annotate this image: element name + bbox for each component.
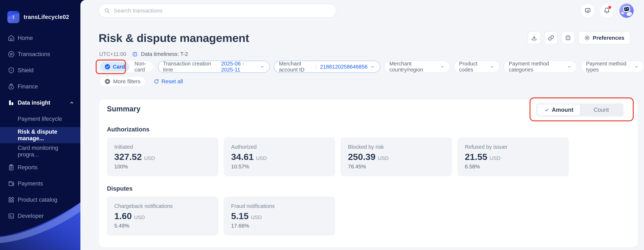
download-button[interactable] bbox=[528, 31, 541, 44]
filter-product-codes[interactable]: Product codes bbox=[454, 61, 500, 73]
stat-percent: 6.58% bbox=[465, 164, 562, 170]
toggle-amount[interactable]: Amount bbox=[538, 104, 580, 115]
feedback-smiley-icon bbox=[584, 7, 591, 14]
sidebar-item-payments[interactable]: Payments bbox=[0, 176, 80, 192]
notification-dot bbox=[608, 6, 611, 9]
stat-card-refused-by-issuer: Refused by issuer 21.55 USD 6.58% bbox=[458, 137, 569, 176]
download-icon bbox=[531, 35, 537, 41]
filter-payment-method-categories[interactable]: Payment method categories bbox=[504, 61, 577, 73]
filter-label: Product codes bbox=[459, 61, 487, 73]
check-circle-icon bbox=[104, 64, 110, 70]
stat-label: Blocked by risk bbox=[348, 144, 444, 150]
search-input[interactable] bbox=[114, 7, 331, 14]
stat-value: 5.15 bbox=[231, 211, 248, 221]
sidebar-item-label: Data insight bbox=[18, 99, 50, 106]
search-bar[interactable] bbox=[98, 4, 336, 18]
filter-merchant-country[interactable]: Merchant country/region bbox=[384, 61, 450, 73]
toggle-count-label: Count bbox=[594, 107, 609, 113]
summary-panel: Summary Amount Count Authorizations Init… bbox=[99, 100, 638, 247]
filter-merchant-account-id[interactable]: Merchant account ID 2188120258646856 bbox=[274, 61, 380, 73]
preferences-button[interactable]: Preferences bbox=[578, 31, 630, 44]
sidebar-item-label: Shield bbox=[18, 67, 34, 74]
filter-label: Merchant account ID bbox=[279, 61, 312, 73]
chevron-up-icon bbox=[69, 100, 74, 105]
workspace-name: transLifecycle02 bbox=[24, 14, 69, 20]
wallet-icon bbox=[7, 180, 15, 188]
filter-value: 2188120258646856 bbox=[320, 64, 368, 70]
copy-link-button[interactable] bbox=[544, 31, 558, 44]
shield-icon bbox=[7, 66, 15, 74]
non-card-filter-label: Non-card bbox=[134, 61, 146, 73]
stat-label: Refused by issuer bbox=[465, 144, 562, 150]
transactions-icon bbox=[7, 50, 15, 58]
data-timeliness: Data timeliness: T-2 bbox=[141, 51, 188, 57]
sidebar-subitem-payment-lifecycle[interactable]: Payment lifecycle bbox=[0, 111, 80, 127]
sidebar-item-finance[interactable]: $ Finance bbox=[0, 78, 80, 95]
preferences-label: Preferences bbox=[593, 35, 624, 41]
svg-text:$: $ bbox=[10, 86, 12, 89]
toggle-count[interactable]: Count bbox=[580, 104, 622, 115]
main-content: Risk & dispute management bbox=[80, 0, 644, 250]
sidebar-item-data-insight[interactable]: Data insight bbox=[0, 95, 80, 111]
more-filters-label: More filters bbox=[113, 78, 140, 85]
stat-label: Chargeback notifications bbox=[114, 203, 211, 209]
reset-all-button[interactable]: Reset all bbox=[154, 78, 183, 85]
stat-value: 327.52 bbox=[114, 152, 142, 162]
stat-percent: 100% bbox=[114, 164, 211, 170]
search-icon bbox=[104, 8, 110, 13]
stat-label: Initiated bbox=[114, 144, 211, 150]
stat-currency: USD bbox=[378, 155, 388, 161]
info-button[interactable] bbox=[562, 31, 575, 44]
avatar[interactable] bbox=[619, 3, 634, 18]
sidebar-subitem-label: Card monitoring progra... bbox=[18, 145, 80, 158]
feedback-button[interactable] bbox=[581, 4, 594, 17]
more-filters-button[interactable]: More filters bbox=[99, 76, 146, 87]
sidebar-item-transactions[interactable]: Transactions bbox=[0, 46, 80, 62]
sidebar: t transLifecycle02 Home Transactions Shi… bbox=[0, 0, 80, 250]
card-type-toggle: Card Non-card bbox=[98, 61, 154, 73]
finance-icon: $ bbox=[7, 83, 15, 90]
gear-icon bbox=[584, 35, 590, 41]
toggle-amount-label: Amount bbox=[552, 107, 573, 113]
chevron-down-icon bbox=[370, 64, 375, 69]
sidebar-decoration bbox=[0, 197, 80, 250]
authorizations-heading: Authorizations bbox=[107, 126, 630, 133]
stat-card-blocked-by-risk: Blocked by risk 250.39 USD 76.45% bbox=[340, 137, 452, 176]
card-filter-selected[interactable]: Card bbox=[100, 62, 129, 72]
filter-transaction-creation-time[interactable]: Transaction creation time 2025-06 - 2025… bbox=[158, 61, 270, 73]
filter-label: Merchant country/region bbox=[389, 61, 437, 73]
stat-currency: USD bbox=[256, 155, 267, 161]
plus-circle-icon bbox=[104, 78, 110, 85]
notifications-button[interactable] bbox=[600, 4, 614, 17]
sidebar-item-label: Payments bbox=[18, 180, 43, 187]
link-icon bbox=[548, 35, 554, 41]
sidebar-nav: Home Transactions Shield $ Finance Data … bbox=[0, 30, 80, 224]
divider bbox=[217, 64, 217, 70]
sidebar-subitem-card-monitoring[interactable]: Card monitoring progra... bbox=[0, 143, 80, 159]
sidebar-item-home[interactable]: Home bbox=[0, 30, 80, 46]
stat-value: 250.39 bbox=[348, 152, 376, 162]
filter-label: Payment method types bbox=[586, 61, 632, 73]
stat-card-initiated: Initiated 327.52 USD 100% bbox=[107, 137, 218, 176]
workspace-logo: t bbox=[7, 11, 20, 23]
sidebar-item-shield[interactable]: Shield bbox=[0, 62, 80, 78]
filter-payment-method-types[interactable]: Payment method types bbox=[581, 61, 644, 73]
sidebar-item-reports[interactable]: Reports bbox=[0, 159, 80, 176]
stat-card-fraud-notifications: Fraud notifications 5.15 USD 17.66% bbox=[224, 197, 335, 236]
home-icon bbox=[7, 34, 15, 42]
sidebar-item-label: Finance bbox=[18, 83, 38, 90]
timeliness-info-icon[interactable] bbox=[132, 51, 138, 57]
timezone-label: UTC+11:00 bbox=[99, 51, 126, 57]
non-card-filter[interactable]: Non-card bbox=[129, 61, 152, 73]
chevron-down-icon bbox=[634, 64, 639, 69]
disputes-heading: Disputes bbox=[107, 185, 630, 192]
workspace-switcher[interactable]: t transLifecycle02 bbox=[7, 11, 69, 23]
stat-percent: 10.57% bbox=[231, 164, 328, 170]
sidebar-subitem-label: Payment lifecycle bbox=[18, 116, 62, 122]
clipboard-icon bbox=[7, 164, 15, 171]
stat-value: 34.61 bbox=[231, 152, 254, 162]
sidebar-subitem-label: Risk & dispute manage... bbox=[18, 128, 80, 142]
stat-value: 1.60 bbox=[114, 211, 132, 221]
sidebar-subitem-risk-dispute[interactable]: Risk & dispute manage... bbox=[0, 127, 80, 143]
sidebar-item-label: Home bbox=[18, 35, 33, 41]
